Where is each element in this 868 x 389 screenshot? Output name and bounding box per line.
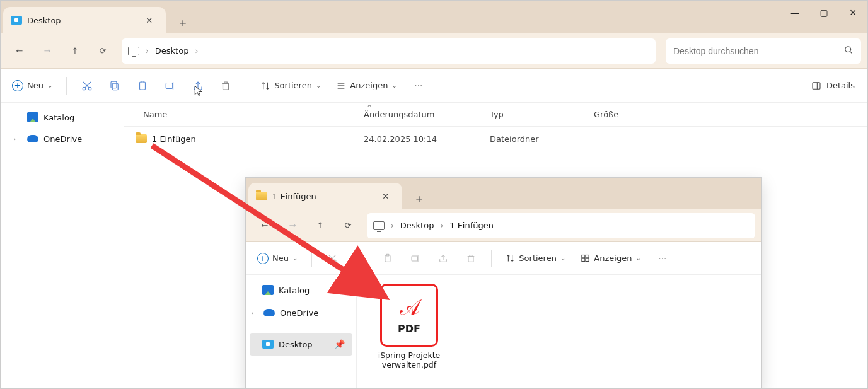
cut-button[interactable] [74, 74, 100, 97]
onedrive-icon [263, 309, 275, 316]
new-button[interactable]: + Neu ⌄ [6, 74, 59, 97]
share-button[interactable] [185, 74, 211, 97]
folder-row-1-einfuegen[interactable]: 1 Einfügen 24.02.2025 10:14 Dateiordner [124, 127, 867, 151]
nav-pane: Katalog › OneDrive [1, 103, 124, 388]
nav-item-onedrive[interactable]: › OneDrive [246, 301, 356, 324]
tab-bar: Desktop ✕ ＋ — ▢ ✕ [1, 1, 867, 33]
maximize-button[interactable]: ▢ [809, 1, 838, 25]
column-size[interactable]: Größe [594, 110, 669, 119]
search-box[interactable] [666, 38, 861, 64]
svg-rect-4 [113, 83, 119, 90]
svg-point-0 [845, 46, 851, 52]
delete-button[interactable] [213, 74, 238, 97]
breadcrumb-1-einfuegen[interactable]: 1 Einfügen [449, 221, 494, 230]
nav-item-desktop[interactable]: Desktop 📌 [250, 333, 352, 356]
svg-rect-18 [357, 255, 362, 260]
svg-rect-5 [111, 81, 117, 88]
chevron-right-icon: › [195, 47, 198, 55]
chevron-down-icon: ⌄ [635, 255, 640, 262]
chevron-right-icon: › [146, 47, 149, 55]
forward-button[interactable]: → [35, 38, 60, 64]
breadcrumb-desktop[interactable]: Desktop [155, 46, 189, 55]
address-bar[interactable]: › Desktop › [122, 38, 656, 64]
row-type: Dateiordner [490, 134, 594, 144]
monitor-icon [373, 221, 385, 230]
new-button[interactable]: + Neu ⌄ [251, 247, 304, 270]
sort-indicator-icon: ⌃ [366, 103, 373, 112]
svg-rect-25 [582, 258, 585, 261]
chevron-down-icon: ⌄ [292, 255, 298, 262]
new-tab-button[interactable]: ＋ [408, 188, 430, 209]
chevron-down-icon: ⌄ [560, 255, 565, 262]
rename-button[interactable] [403, 247, 428, 270]
forward-button[interactable]: → [280, 213, 305, 238]
share-button[interactable] [431, 247, 456, 270]
close-window-button[interactable]: ✕ [838, 1, 867, 25]
desktop-icon [11, 16, 22, 25]
tab-label: Desktop [27, 16, 137, 25]
search-input[interactable] [673, 46, 854, 56]
pdf-icon: 𝒜 PDF [380, 284, 438, 347]
column-headers: Name ⌃ Änderungsdatum Typ Größe [124, 103, 867, 127]
refresh-button[interactable]: ⟳ [335, 213, 361, 238]
chevron-right-icon[interactable]: › [13, 135, 22, 143]
nav-item-katalog[interactable]: Katalog [1, 107, 124, 128]
svg-rect-8 [166, 83, 173, 88]
column-name[interactable]: Name [143, 110, 364, 119]
katalog-icon [262, 285, 274, 295]
copy-button[interactable] [347, 247, 373, 270]
sort-button[interactable]: Sortieren ⌄ [499, 247, 572, 270]
chevron-right-icon[interactable]: › [251, 309, 258, 317]
svg-rect-17 [358, 256, 363, 262]
file-grid: 𝒜 PDF iSpring Projekte verwalten.pdf [357, 275, 761, 388]
more-button[interactable]: ⋯ [406, 74, 431, 97]
svg-line-1 [850, 51, 852, 53]
tab-1-einfuegen[interactable]: 1 Einfügen ✕ [248, 183, 402, 209]
breadcrumb-desktop[interactable]: Desktop [400, 221, 434, 230]
katalog-icon [27, 112, 38, 122]
nav-item-onedrive[interactable]: › OneDrive [1, 128, 124, 149]
refresh-button[interactable]: ⟳ [90, 38, 115, 64]
onedrive-icon [27, 135, 38, 142]
svg-rect-13 [813, 82, 820, 89]
tab-bar: 1 Einfügen ✕ ＋ [246, 178, 761, 209]
desktop-icon [262, 340, 274, 349]
column-type[interactable]: Typ [490, 110, 594, 119]
svg-rect-26 [586, 258, 589, 261]
up-button[interactable]: ↑ [62, 38, 88, 64]
more-button[interactable]: ⋯ [650, 247, 675, 270]
back-button[interactable]: ← [252, 213, 277, 238]
paste-button[interactable] [375, 247, 400, 270]
new-tab-button[interactable]: ＋ [172, 12, 194, 33]
back-button[interactable]: ← [7, 38, 32, 64]
file-label: iSpring Projekte verwalten.pdf [368, 351, 450, 369]
details-button[interactable]: Details [805, 74, 861, 97]
row-name: 1 Einfügen [152, 134, 196, 144]
pin-icon[interactable]: 📌 [334, 339, 345, 349]
svg-rect-23 [582, 255, 585, 258]
copy-button[interactable] [102, 74, 127, 97]
nav-bar: ← → ↑ ⟳ › Desktop › 1 Einfügen [246, 209, 761, 242]
cut-button[interactable] [320, 247, 345, 270]
tab-desktop[interactable]: Desktop ✕ [3, 7, 166, 33]
explorer-window-2[interactable]: 1 Einfügen ✕ ＋ ← → ↑ ⟳ › Desktop › 1 Ein… [245, 177, 762, 389]
rename-button[interactable] [158, 74, 183, 97]
view-button[interactable]: Anzeigen ⌄ [330, 74, 403, 97]
chevron-down-icon: ⌄ [47, 82, 52, 89]
file-item-pdf[interactable]: 𝒜 PDF iSpring Projekte verwalten.pdf [368, 284, 450, 380]
address-bar[interactable]: › Desktop › 1 Einfügen [367, 213, 755, 238]
column-date[interactable]: Änderungsdatum [364, 110, 490, 119]
nav-item-katalog[interactable]: Katalog [246, 279, 356, 301]
minimize-button[interactable]: — [780, 1, 809, 25]
paste-button[interactable] [130, 74, 155, 97]
search-icon [844, 45, 854, 57]
svg-rect-22 [468, 256, 473, 262]
row-date: 24.02.2025 10:14 [364, 134, 490, 144]
close-tab-button[interactable]: ✕ [378, 189, 393, 204]
close-tab-button[interactable]: ✕ [142, 13, 157, 28]
monitor-icon [128, 47, 139, 55]
delete-button[interactable] [458, 247, 483, 270]
up-button[interactable]: ↑ [308, 213, 333, 238]
view-button[interactable]: Anzeigen ⌄ [574, 247, 647, 270]
sort-button[interactable]: Sortieren ⌄ [254, 74, 327, 97]
